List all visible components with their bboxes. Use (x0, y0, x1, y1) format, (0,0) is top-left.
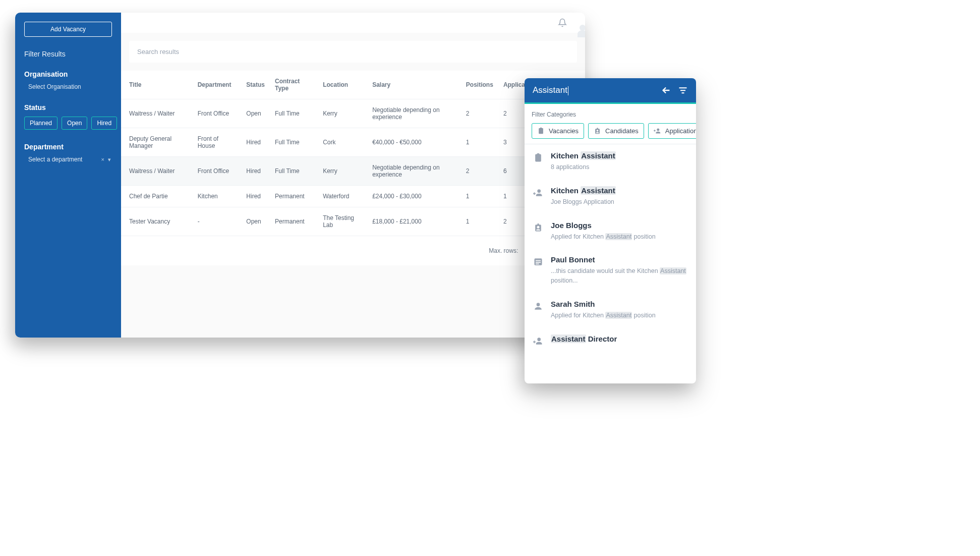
cell-location: Kerry (318, 99, 367, 128)
cell-location: Kerry (318, 157, 367, 186)
bell-icon[interactable] (558, 18, 567, 28)
cell-positions: 1 (461, 128, 498, 157)
search-result-item[interactable]: Kitchen AssistantJoe Bloggs Application (525, 179, 696, 214)
svg-rect-7 (536, 262, 541, 263)
result-title: Joe Bloggs (551, 221, 688, 230)
search-wrap (121, 33, 585, 71)
col-contract[interactable]: Contract Type (270, 71, 318, 99)
status-chip-planned[interactable]: Planned (24, 117, 57, 130)
cell-status: Hired (241, 128, 270, 157)
select-organisation-link[interactable]: Select Organisation (28, 83, 112, 90)
result-subtitle: Applied for Kitchen Assistant position (551, 232, 688, 242)
cell-title: Deputy General Manager (121, 128, 193, 157)
cell-contract: Permanent (270, 186, 318, 207)
mobile-header: Assistant (525, 78, 696, 102)
department-heading: Department (24, 143, 112, 151)
cell-title: Waitress / Waiter (121, 99, 193, 128)
search-result-item[interactable]: Kitchen Assistant8 applications (525, 144, 696, 179)
clipboard-icon (533, 153, 544, 163)
result-title: Kitchen Assistant (551, 151, 688, 160)
col-title[interactable]: Title (121, 71, 193, 99)
table-row[interactable]: Waitress / WaiterFront OfficeHiredFull T… (121, 157, 585, 186)
cell-contract: Full Time (270, 157, 318, 186)
cell-positions: 1 (461, 186, 498, 207)
status-chip-hired[interactable]: Hired (91, 117, 117, 130)
filter-icon[interactable] (678, 85, 688, 95)
col-positions[interactable]: Positions (461, 71, 498, 99)
search-result-item[interactable]: Joe BloggsApplied for Kitchen Assistant … (525, 214, 696, 249)
cell-positions: 1 (461, 207, 498, 236)
svg-point-3 (657, 129, 659, 131)
cell-department: - (193, 207, 242, 236)
cell-status: Open (241, 207, 270, 236)
cell-department: Kitchen (193, 186, 242, 207)
clipboard-icon (537, 127, 545, 135)
svg-point-9 (537, 303, 540, 306)
table-header-row: Title Department Status Contract Type Lo… (121, 71, 585, 99)
result-subtitle: ...this candidate would suit the Kitchen… (551, 266, 688, 286)
svg-rect-0 (679, 87, 687, 88)
topbar (121, 13, 585, 33)
table-row[interactable]: Waitress / WaiterFront OfficeOpenFull Ti… (121, 99, 585, 128)
table-row[interactable]: Tester Vacancy-OpenPermanentThe Testing … (121, 207, 585, 236)
svg-rect-8 (536, 264, 539, 265)
max-rows-label: Max. rows: (489, 247, 518, 254)
cell-positions: 2 (461, 99, 498, 128)
person-icon (533, 301, 544, 311)
cell-salary: Negotiable depending on experience (367, 99, 461, 128)
svg-rect-2 (682, 92, 684, 93)
search-results-list: Kitchen Assistant8 applicationsKitchen A… (525, 144, 696, 383)
cell-contract: Full Time (270, 99, 318, 128)
cell-contract: Full Time (270, 128, 318, 157)
select-department-label: Select a department (28, 156, 82, 163)
cell-department: Front of House (193, 128, 242, 157)
table-row[interactable]: Deputy General ManagerFront of HouseHire… (121, 128, 585, 157)
search-input[interactable] (129, 41, 577, 63)
cell-department: Front Office (193, 99, 242, 128)
svg-rect-1 (680, 90, 685, 91)
mobile-search-card: Assistant Filter Categories Vacancies Ca… (525, 78, 696, 383)
cell-salary: £18,000 - £21,000 (367, 207, 461, 236)
result-title: Kitchen Assistant (551, 186, 688, 195)
cell-salary: €40,000 - €50,000 (367, 128, 461, 157)
select-department-dropdown[interactable]: Select a department × ▾ (28, 156, 112, 163)
search-result-item[interactable]: Paul Bonnet...this candidate would suit … (525, 248, 696, 293)
person-add-icon (533, 336, 544, 346)
svg-rect-6 (536, 260, 541, 261)
organisation-heading: Organisation (24, 70, 112, 78)
result-title: Assistant Director (551, 335, 688, 343)
col-salary[interactable]: Salary (367, 71, 461, 99)
back-arrow-icon[interactable] (661, 85, 672, 96)
add-vacancy-button[interactable]: Add Vacancy (24, 22, 112, 37)
search-result-item[interactable]: Assistant Director (525, 327, 696, 353)
department-clear-caret[interactable]: × ▾ (101, 156, 112, 163)
cell-location: Waterford (318, 186, 367, 207)
filter-chip-vacancies[interactable]: Vacancies (532, 123, 584, 139)
cell-salary: £24,000 - £30,000 (367, 186, 461, 207)
mobile-search-term[interactable]: Assistant (533, 85, 655, 95)
filter-chip-applications[interactable]: Applications (648, 123, 696, 139)
table-row[interactable]: Chef de PartieKitchenHiredPermanentWater… (121, 186, 585, 207)
cell-status: Hired (241, 157, 270, 186)
desktop-app-card: Add Vacancy Filter Results Organisation … (15, 13, 585, 338)
cell-salary: Negotiable depending on experience (367, 157, 461, 186)
cell-positions: 2 (461, 157, 498, 186)
col-department[interactable]: Department (193, 71, 242, 99)
cell-status: Open (241, 99, 270, 128)
vacancies-table: Title Department Status Contract Type Lo… (121, 71, 585, 236)
col-status[interactable]: Status (241, 71, 270, 99)
result-title: Sarah Smith (551, 300, 688, 308)
main-area: Title Department Status Contract Type Lo… (121, 13, 585, 338)
badge-icon (533, 223, 544, 233)
filter-categories: Filter Categories Vacancies Candidates A… (525, 102, 696, 144)
person-add-icon (654, 127, 661, 135)
filter-chip-candidates[interactable]: Candidates (588, 123, 644, 139)
cell-title: Tester Vacancy (121, 207, 193, 236)
status-chip-row: Planned Open Hired (24, 117, 112, 130)
status-chip-open[interactable]: Open (62, 117, 87, 130)
table-footer: Max. rows: 30 1 - 5 of 5 (121, 236, 585, 265)
search-result-item[interactable]: Sarah SmithApplied for Kitchen Assistant… (525, 293, 696, 327)
col-location[interactable]: Location (318, 71, 367, 99)
result-subtitle: 8 applications (551, 162, 688, 172)
cell-department: Front Office (193, 157, 242, 186)
